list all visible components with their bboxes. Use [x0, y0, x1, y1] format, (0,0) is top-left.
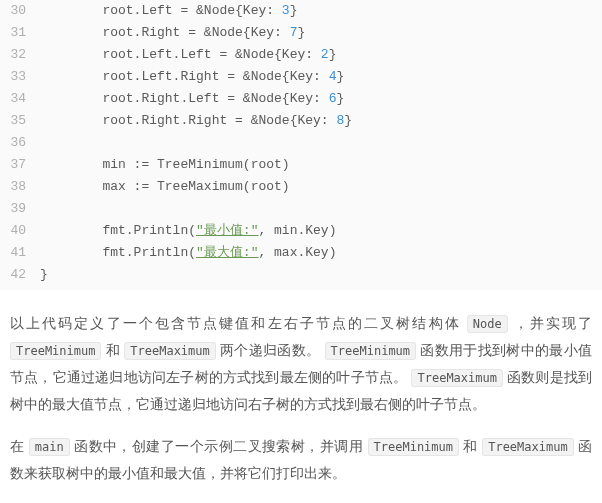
line-number: 35: [0, 110, 40, 132]
code-line: 31 root.Right = &Node{Key: 7}: [0, 22, 602, 44]
code-line: 42}: [0, 264, 602, 286]
line-number: 31: [0, 22, 40, 44]
inline-code: TreeMaximum: [411, 369, 502, 387]
inline-code: TreeMinimum: [10, 342, 101, 360]
code-line: 36: [0, 132, 602, 154]
code-token: "最小值:": [196, 223, 258, 238]
inline-code: TreeMaximum: [482, 438, 573, 456]
text-run: 函数中，创建了一个示例二叉搜索树，并调用: [70, 438, 368, 454]
line-number: 34: [0, 88, 40, 110]
code-token: }: [336, 91, 344, 106]
line-number: 40: [0, 220, 40, 242]
line-number: 36: [0, 132, 40, 154]
code-line: 32 root.Left.Left = &Node{Key: 2}: [0, 44, 602, 66]
line-content: [40, 132, 602, 154]
line-content: root.Left.Left = &Node{Key: 2}: [40, 44, 602, 66]
code-line: 41 fmt.Println("最大值:", max.Key): [0, 242, 602, 264]
code-token: root.Right = &Node{Key:: [40, 25, 290, 40]
text-run: 以上代码定义了一个包含节点键值和左右子节点的二叉树结构体: [10, 315, 467, 331]
line-content: root.Right.Right = &Node{Key: 8}: [40, 110, 602, 132]
line-number: 33: [0, 66, 40, 88]
text-run: 和: [459, 438, 482, 454]
code-token: fmt.Println(: [40, 245, 196, 260]
code-token: root.Left.Right = &Node{Key:: [40, 69, 329, 84]
code-token: 3: [282, 3, 290, 18]
code-token: "最大值:": [196, 245, 258, 260]
code-token: }: [290, 3, 298, 18]
line-content: root.Right.Left = &Node{Key: 6}: [40, 88, 602, 110]
code-line: 34 root.Right.Left = &Node{Key: 6}: [0, 88, 602, 110]
inline-code: TreeMinimum: [325, 342, 416, 360]
paragraph-1: 以上代码定义了一个包含节点键值和左右子节点的二叉树结构体 Node ，并实现了 …: [10, 310, 592, 417]
code-token: , max.Key): [258, 245, 336, 260]
line-number: 41: [0, 242, 40, 264]
line-content: fmt.Println("最大值:", max.Key): [40, 242, 602, 264]
text-run: 和: [101, 342, 124, 358]
code-token: max := TreeMaximum(root): [40, 179, 290, 194]
code-block: 30 root.Left = &Node{Key: 3}31 root.Righ…: [0, 0, 602, 290]
code-line: 40 fmt.Println("最小值:", min.Key): [0, 220, 602, 242]
code-line: 37 min := TreeMinimum(root): [0, 154, 602, 176]
code-token: }: [329, 47, 337, 62]
line-content: min := TreeMinimum(root): [40, 154, 602, 176]
line-content: max := TreeMaximum(root): [40, 176, 602, 198]
code-token: root.Right.Left = &Node{Key:: [40, 91, 329, 106]
line-number: 42: [0, 264, 40, 286]
text-run: ，并实现了: [508, 315, 592, 331]
paragraph-2: 在 main 函数中，创建了一个示例二叉搜索树，并调用 TreeMinimum …: [10, 433, 592, 486]
code-line: 33 root.Left.Right = &Node{Key: 4}: [0, 66, 602, 88]
code-token: }: [40, 267, 48, 282]
line-number: 30: [0, 0, 40, 22]
code-line: 38 max := TreeMaximum(root): [0, 176, 602, 198]
line-content: fmt.Println("最小值:", min.Key): [40, 220, 602, 242]
line-number: 37: [0, 154, 40, 176]
code-token: root.Left.Left = &Node{Key:: [40, 47, 321, 62]
code-token: 2: [321, 47, 329, 62]
text-run: 在: [10, 438, 29, 454]
line-content: root.Right = &Node{Key: 7}: [40, 22, 602, 44]
code-token: root.Right.Right = &Node{Key:: [40, 113, 336, 128]
code-token: root.Left = &Node{Key:: [40, 3, 282, 18]
inline-code: Node: [467, 315, 508, 333]
inline-code: main: [29, 438, 70, 456]
line-number: 38: [0, 176, 40, 198]
code-token: }: [336, 69, 344, 84]
code-line: 30 root.Left = &Node{Key: 3}: [0, 0, 602, 22]
line-content: [40, 198, 602, 220]
line-number: 32: [0, 44, 40, 66]
line-content: root.Left = &Node{Key: 3}: [40, 0, 602, 22]
inline-code: TreeMinimum: [368, 438, 459, 456]
code-token: }: [297, 25, 305, 40]
code-token: min := TreeMinimum(root): [40, 157, 290, 172]
line-content: }: [40, 264, 602, 286]
line-number: 39: [0, 198, 40, 220]
explanation-text: 以上代码定义了一个包含节点键值和左右子节点的二叉树结构体 Node ，并实现了 …: [0, 290, 602, 503]
code-token: , min.Key): [258, 223, 336, 238]
code-line: 39: [0, 198, 602, 220]
text-run: 两个递归函数。: [216, 342, 325, 358]
inline-code: TreeMaximum: [124, 342, 215, 360]
code-line: 35 root.Right.Right = &Node{Key: 8}: [0, 110, 602, 132]
line-content: root.Left.Right = &Node{Key: 4}: [40, 66, 602, 88]
code-token: fmt.Println(: [40, 223, 196, 238]
code-token: }: [344, 113, 352, 128]
